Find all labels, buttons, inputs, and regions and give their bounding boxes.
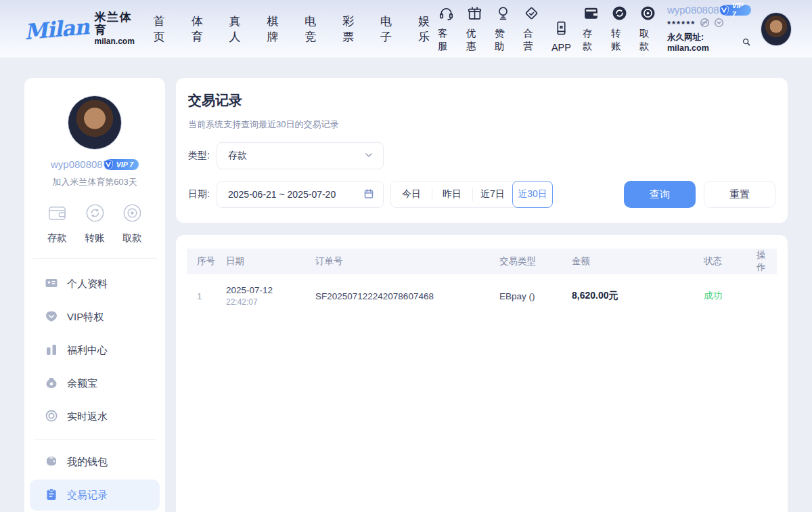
nav-board[interactable]: 棋牌 (267, 14, 286, 45)
transactions-table-card: 序号 日期 订单号 交易类型 金额 状态 操作 1 2025-07-12 22:… (176, 235, 788, 512)
cell-status: 成功 (704, 290, 757, 302)
chevron-circle-icon[interactable] (714, 18, 724, 31)
quick-actions: 存款 转账 取款 (32, 188, 157, 259)
money-bag-icon (45, 376, 58, 391)
sidebar-menu: 个人资料 VIP特权 福利中心 余额宝 实时返水 我的钱包 (30, 268, 160, 511)
sidebar-item-yuebao[interactable]: 余额宝 (30, 368, 160, 399)
phone-icon (553, 20, 570, 39)
type-select[interactable]: 存款 (217, 142, 384, 169)
wallet-icon (46, 202, 68, 226)
calendar-icon (363, 188, 374, 201)
profile-vip-badge: VIP 7 (107, 159, 139, 170)
cell-index: 1 (197, 291, 226, 301)
menu-divider (34, 439, 156, 440)
type-label: 类型: (188, 150, 217, 162)
date-range-input[interactable]: 2025-06-21 ~ 2025-07-20 (217, 181, 384, 208)
table-header: 序号 日期 订单号 交易类型 金额 状态 操作 (187, 249, 777, 274)
sponsor-button[interactable]: 赞助 (495, 5, 512, 53)
page-title: 交易记录 (188, 91, 775, 110)
deposit-button[interactable]: 存款 (583, 5, 600, 53)
col-amount: 金额 (572, 255, 704, 268)
nav-slots[interactable]: 电子 (380, 14, 400, 45)
promotions-button[interactable]: 优惠 (466, 5, 483, 53)
nav-lottery[interactable]: 彩票 (342, 14, 362, 45)
wallet-filled-icon (583, 5, 600, 24)
main-content: 交易记录 当前系统支持查询最近30日的交易记录 类型: 存款 日期: 2025-… (176, 78, 788, 512)
transfer-filled-icon (611, 5, 628, 24)
brand-logo-script: Milan (24, 14, 90, 43)
col-index: 序号 (197, 255, 226, 268)
app-download-button[interactable]: APP (551, 20, 571, 53)
quick-deposit-button[interactable]: 存款 (46, 202, 68, 244)
headset-icon (438, 5, 455, 24)
transfer-icon (84, 202, 106, 226)
withdraw-icon (121, 202, 143, 226)
sidebar-item-profile[interactable]: 个人资料 (30, 268, 160, 299)
transfer-button[interactable]: 转账 (611, 5, 628, 53)
quick-range-group: 今日 昨日 近7日 近30日 (390, 181, 553, 208)
sidebar-item-benefits[interactable]: 福利中心 (30, 335, 160, 366)
header-actions: 客服 优惠 赞助 合营 APP 存款 转账 取款 (438, 5, 656, 53)
col-action: 操作 (757, 249, 767, 274)
date-range-value: 2025-06-21 ~ 2025-07-20 (228, 189, 336, 200)
vip-badge: VIP 7 (723, 5, 752, 16)
page-subtitle: 当前系统支持查询最近30日的交易记录 (188, 119, 775, 131)
page-body: wyp080808 VIP 7 加入米兰体育第603天 存款 转账 取款 (0, 58, 812, 512)
nav-esports[interactable]: 电竞 (304, 14, 324, 45)
partner-button[interactable]: 合营 (523, 5, 540, 53)
sidebar-item-wallet[interactable]: 我的钱包 (30, 446, 160, 477)
quick-transfer-button[interactable]: 转账 (84, 202, 106, 244)
col-order-no: 订单号 (315, 255, 499, 268)
gem-icon (45, 310, 58, 325)
col-status: 状态 (704, 255, 757, 268)
cell-type: EBpay () (499, 291, 572, 301)
col-date: 日期 (226, 255, 315, 268)
profile-avatar[interactable] (68, 95, 122, 150)
vip-shield-icon (718, 4, 730, 16)
benefits-icon (45, 343, 58, 358)
range-7days-button[interactable]: 近7日 (472, 182, 513, 207)
type-filter-row: 类型: 存款 (188, 142, 775, 169)
nav-sports[interactable]: 体育 (191, 14, 211, 45)
withdraw-button[interactable]: 取款 (639, 5, 656, 53)
partner-icon (523, 5, 540, 24)
customer-service-button[interactable]: 客服 (438, 5, 455, 53)
header-username[interactable]: wyp080808 (667, 4, 719, 17)
quick-withdraw-button[interactable]: 取款 (121, 202, 143, 244)
range-today-button[interactable]: 今日 (391, 182, 432, 207)
profile-username: wyp080808 (51, 158, 103, 170)
search-button[interactable]: 查询 (624, 181, 696, 208)
sidebar-item-rebate[interactable]: 实时返水 (30, 401, 160, 432)
sidebar-item-vip[interactable]: VIP特权 (30, 301, 160, 333)
range-yesterday-button[interactable]: 昨日 (432, 182, 472, 207)
reset-button[interactable]: 重置 (704, 181, 775, 208)
gift-icon (466, 5, 483, 24)
nav-home[interactable]: 首页 (154, 14, 173, 45)
magnifier-icon[interactable] (742, 37, 751, 50)
clipboard-icon (45, 488, 58, 503)
cell-date: 2025-07-12 22:42:07 (226, 285, 315, 307)
cell-order-no: SF202507122242078607468 (315, 291, 499, 301)
eye-off-icon[interactable] (700, 18, 710, 31)
range-30days-button[interactable]: 近30日 (512, 181, 553, 208)
rebate-icon (45, 409, 58, 425)
user-summary: wyp080808 VIP 7 ****** 永久网址: milan.com (667, 4, 751, 54)
user-avatar[interactable] (761, 12, 792, 46)
sidebar-item-transactions[interactable]: 交易记录 (30, 479, 160, 511)
col-type: 交易类型 (499, 255, 572, 268)
nav-entertainment[interactable]: 娱乐 (418, 14, 438, 45)
filter-panel: 交易记录 当前系统支持查询最近30日的交易记录 类型: 存款 日期: 2025-… (176, 78, 788, 223)
masked-balance: ****** (667, 19, 696, 30)
top-header: Milan 米兰体育 milan.com 首页 体育 真人 棋牌 电竞 彩票 电… (0, 0, 812, 58)
type-select-value: 存款 (228, 150, 247, 162)
nav-live[interactable]: 真人 (229, 14, 249, 45)
medal-icon (495, 5, 512, 24)
chevron-down-icon (363, 150, 374, 163)
profile-sidebar: wyp080808 VIP 7 加入米兰体育第603天 存款 转账 取款 (24, 78, 165, 512)
cell-amount: 8,620.00元 (572, 290, 704, 302)
main-nav: 首页 体育 真人 棋牌 电竞 彩票 电子 娱乐 (154, 14, 438, 45)
date-label: 日期: (188, 188, 217, 200)
piggy-wallet-icon (45, 454, 58, 470)
brand-logo[interactable]: Milan 米兰体育 milan.com (24, 12, 135, 46)
date-filter-row: 日期: 2025-06-21 ~ 2025-07-20 今日 昨日 近7日 近3… (188, 181, 775, 208)
